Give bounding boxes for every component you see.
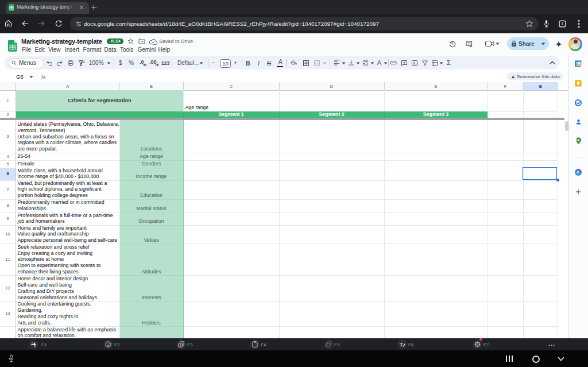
svg-text:1: 1 bbox=[562, 22, 564, 26]
svg-text:31: 31 bbox=[577, 63, 580, 65]
svg-text:T: T bbox=[400, 342, 403, 347]
